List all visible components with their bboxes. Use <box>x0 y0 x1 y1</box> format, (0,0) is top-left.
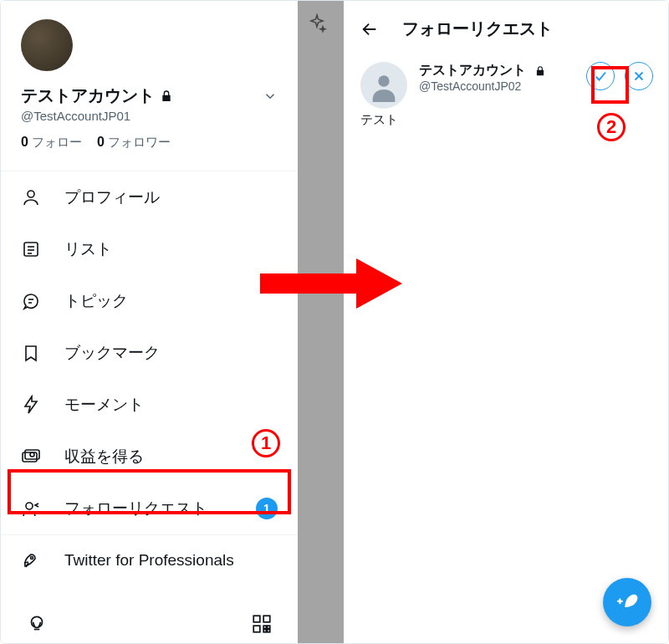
follow-request-icon <box>21 498 41 519</box>
bulb-icon[interactable] <box>26 613 48 635</box>
profile-name[interactable]: テストアカウント <box>21 84 155 107</box>
chevron-down-icon[interactable] <box>263 89 278 104</box>
svg-rect-15 <box>253 626 260 632</box>
avatar[interactable] <box>21 19 73 71</box>
menu-follow-requests[interactable]: フォローリクエスト 1 <box>1 483 298 534</box>
menu-label: リスト <box>64 238 112 260</box>
sparkle-icon <box>307 13 327 33</box>
following-stat[interactable]: 0フォロー <box>21 135 82 151</box>
request-bio: テスト <box>344 112 669 128</box>
topic-icon <box>21 291 41 311</box>
lock-icon <box>160 89 173 103</box>
svg-rect-17 <box>268 630 270 632</box>
profile-header: テストアカウント @TestAccountJP01 0フォロー 0フォロワー <box>1 1 298 157</box>
svg-rect-19 <box>263 630 266 632</box>
page-title: フォローリクエスト <box>402 18 553 40</box>
request-handle: @TestAccountJP02 <box>419 79 575 93</box>
menu-label: Twitter for Professionals <box>64 551 234 570</box>
menu-label: トピック <box>64 290 128 312</box>
person-icon <box>21 187 41 207</box>
profile-handle: @TestAccountJP01 <box>21 109 278 123</box>
drawer-menu: テストアカウント @TestAccountJP01 0フォロー 0フォロワー プ… <box>1 1 298 644</box>
back-arrow-icon[interactable] <box>360 20 379 38</box>
menu-lists[interactable]: リスト <box>1 223 298 275</box>
drawer-menu-list: プロフィール リスト トピック ブックマーク モーメント 収益を得る フォローリ… <box>1 171 298 585</box>
lock-icon <box>534 65 546 77</box>
svg-rect-18 <box>268 626 270 628</box>
svg-point-11 <box>31 557 33 560</box>
bookmark-icon <box>21 343 41 363</box>
menu-topics[interactable]: トピック <box>1 275 298 327</box>
dimmed-strip <box>298 1 344 644</box>
menu-twitter-pro[interactable]: Twitter for Professionals <box>1 535 298 585</box>
menu-label: プロフィール <box>64 187 160 208</box>
svg-point-9 <box>30 452 34 457</box>
svg-rect-16 <box>263 626 266 628</box>
rocket-icon <box>21 550 41 570</box>
svg-point-0 <box>28 191 34 197</box>
compose-icon <box>616 591 638 613</box>
list-icon <box>21 239 41 259</box>
qr-icon[interactable] <box>251 613 273 635</box>
accept-button[interactable] <box>586 62 615 90</box>
menu-label: モーメント <box>64 394 144 416</box>
menu-label: フォローリクエスト <box>64 498 207 519</box>
decline-button[interactable] <box>625 62 653 90</box>
svg-rect-14 <box>263 616 270 622</box>
avatar-default <box>360 62 407 109</box>
menu-label: 収益を得る <box>64 446 144 468</box>
menu-moments[interactable]: モーメント <box>1 379 298 431</box>
check-icon <box>593 69 608 84</box>
request-row[interactable]: テストアカウント @TestAccountJP02 <box>344 54 669 112</box>
compose-fab[interactable] <box>603 578 651 626</box>
menu-bookmarks[interactable]: ブックマーク <box>1 327 298 379</box>
bottom-bar <box>1 613 298 635</box>
menu-monetization[interactable]: 収益を得る <box>1 431 298 483</box>
svg-point-10 <box>26 503 33 509</box>
lightning-icon <box>21 395 41 415</box>
request-name: テストアカウント <box>419 62 526 79</box>
follow-requests-screen: フォローリクエスト テストアカウント @TestAccountJP02 テスト <box>344 1 669 644</box>
menu-profile[interactable]: プロフィール <box>1 171 298 223</box>
svg-point-12 <box>32 616 43 627</box>
followers-stat[interactable]: 0フォロワー <box>97 135 171 151</box>
badge-count: 1 <box>256 498 278 519</box>
svg-rect-13 <box>253 616 260 622</box>
x-icon <box>631 69 646 84</box>
menu-label: ブックマーク <box>64 342 160 364</box>
money-icon <box>21 447 41 467</box>
svg-point-21 <box>378 75 389 86</box>
